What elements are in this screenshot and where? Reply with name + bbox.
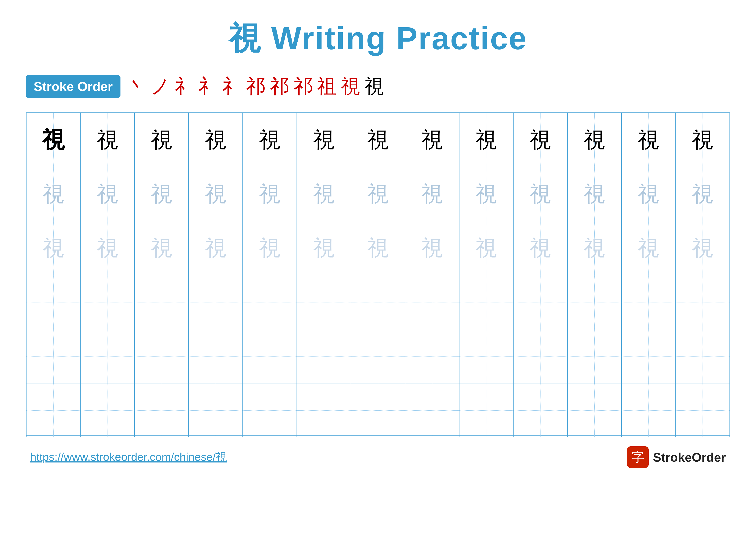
- title-text: Writing Practice: [261, 20, 527, 56]
- grid-cell-r5c13[interactable]: [676, 329, 730, 383]
- grid-cell-r5c8[interactable]: [405, 329, 459, 383]
- grid-cell-r4c1[interactable]: [26, 275, 80, 329]
- stroke-2: ノ: [150, 73, 171, 99]
- grid-cell-r3c13: 視: [676, 221, 730, 275]
- grid-cell-r3c1: 視: [26, 221, 80, 275]
- grid-cell-r5c6[interactable]: [297, 329, 351, 383]
- grid-cell-r2c5: 視: [243, 167, 297, 221]
- char-display: 視: [259, 129, 281, 151]
- grid-cell-r6c6[interactable]: [297, 383, 351, 437]
- grid-cell-r4c8[interactable]: [405, 275, 459, 329]
- grid-cell-r4c7[interactable]: [351, 275, 405, 329]
- char-display: 視: [692, 237, 713, 259]
- grid-cell-r1c4: 視: [189, 113, 243, 167]
- char-display: 視: [638, 183, 659, 205]
- grid-cell-r6c3[interactable]: [134, 383, 189, 437]
- grid-cell-r1c10: 視: [513, 113, 567, 167]
- char-display: 視: [421, 129, 443, 151]
- grid-cell-r5c2[interactable]: [80, 329, 134, 383]
- char-display: 視: [638, 237, 659, 259]
- grid-cell-r5c9[interactable]: [459, 329, 513, 383]
- char-display: 視: [97, 183, 118, 205]
- grid-cell-r6c7[interactable]: [351, 383, 405, 437]
- grid-cell-r5c5[interactable]: [243, 329, 297, 383]
- grid-cell-r4c2[interactable]: [80, 275, 134, 329]
- grid-cell-r6c1[interactable]: [26, 383, 80, 437]
- grid-cell-r6c2[interactable]: [80, 383, 134, 437]
- footer-url[interactable]: https://www.strokeorder.com/chinese/視: [30, 449, 227, 465]
- char-display: 視: [367, 129, 389, 151]
- stroke-3: 礻: [175, 73, 194, 99]
- grid-cell-r6c9[interactable]: [459, 383, 513, 437]
- char-display: 視: [367, 237, 389, 259]
- grid-cell-r2c7: 視: [351, 167, 405, 221]
- grid-cell-r6c5[interactable]: [243, 383, 297, 437]
- grid-cell-r5c7[interactable]: [351, 329, 405, 383]
- char-display: 視: [583, 183, 605, 205]
- grid-cell-r4c12[interactable]: [622, 275, 676, 329]
- stroke-10: 視: [341, 73, 360, 99]
- practice-grid: 視 視 視 視 視 視 視 視 視 視 視 視 視 視 視 視 視 視 視 視 …: [26, 113, 730, 436]
- grid-cell-r2c3: 視: [134, 167, 189, 221]
- grid-cell-r6c12[interactable]: [622, 383, 676, 437]
- char-display: 視: [475, 129, 497, 151]
- grid-cell-r6c4[interactable]: [189, 383, 243, 437]
- grid-cell-r1c3: 視: [134, 113, 189, 167]
- char-display: 視: [529, 183, 551, 205]
- grid-cell-r3c4: 視: [189, 221, 243, 275]
- char-display: 視: [259, 237, 281, 259]
- grid-cell-r4c11[interactable]: [567, 275, 622, 329]
- grid-cell-r5c4[interactable]: [189, 329, 243, 383]
- grid-cell-r4c10[interactable]: [513, 275, 567, 329]
- grid-cell-r2c12: 視: [622, 167, 676, 221]
- footer: https://www.strokeorder.com/chinese/視 字 …: [26, 446, 730, 468]
- grid-cell-r3c9: 視: [459, 221, 513, 275]
- char-display: 視: [692, 129, 713, 151]
- char-display: 視: [421, 237, 443, 259]
- char-display: 視: [205, 237, 227, 259]
- footer-logo: 字 StrokeOrder: [627, 446, 726, 468]
- char-display: 視: [313, 183, 335, 205]
- grid-cell-r3c11: 視: [567, 221, 622, 275]
- grid-cell-r3c5: 視: [243, 221, 297, 275]
- char-display: 視: [529, 129, 551, 151]
- grid-cell-r1c8: 視: [405, 113, 459, 167]
- stroke-6: 祁: [246, 73, 265, 99]
- stroke-order-row: Stroke Order 丶 ノ 礻 礻 礻 祁 祁 祁 祖 視 視: [26, 73, 730, 99]
- grid-cell-r5c10[interactable]: [513, 329, 567, 383]
- grid-cell-r4c9[interactable]: [459, 275, 513, 329]
- grid-cell-r5c1[interactable]: [26, 329, 80, 383]
- char-display: 視: [151, 237, 173, 259]
- grid-cell-r5c11[interactable]: [567, 329, 622, 383]
- char-display: 視: [583, 237, 605, 259]
- grid-cell-r4c5[interactable]: [243, 275, 297, 329]
- grid-cell-r5c3[interactable]: [134, 329, 189, 383]
- grid-cell-r3c7: 視: [351, 221, 405, 275]
- grid-cell-r6c11[interactable]: [567, 383, 622, 437]
- char-display: 視: [205, 129, 227, 151]
- grid-cell-r2c2: 視: [80, 167, 134, 221]
- grid-cell-r4c4[interactable]: [189, 275, 243, 329]
- grid-cell-r4c3[interactable]: [134, 275, 189, 329]
- grid-cell-r6c10[interactable]: [513, 383, 567, 437]
- grid-cell-r2c11: 視: [567, 167, 622, 221]
- stroke-sequence: 丶 ノ 礻 礻 礻 祁 祁 祁 祖 視 視: [127, 73, 730, 99]
- grid-cell-r5c12[interactable]: [622, 329, 676, 383]
- grid-cell-r3c12: 視: [622, 221, 676, 275]
- grid-cell-r2c9: 視: [459, 167, 513, 221]
- grid-cell-r2c1: 視: [26, 167, 80, 221]
- grid-cell-r1c2: 視: [80, 113, 134, 167]
- grid-cell-r4c6[interactable]: [297, 275, 351, 329]
- char-display: 視: [259, 183, 281, 205]
- grid-cell-r4c13[interactable]: [676, 275, 730, 329]
- stroke-4: 礻: [199, 73, 218, 99]
- grid-cell-r6c13[interactable]: [676, 383, 730, 437]
- stroke-5: 礻: [222, 73, 242, 99]
- grid-cell-r1c5: 視: [243, 113, 297, 167]
- grid-cell-r2c4: 視: [189, 167, 243, 221]
- grid-cell-r6c8[interactable]: [405, 383, 459, 437]
- logo-char: 字: [632, 448, 644, 466]
- char-display: 視: [313, 237, 335, 259]
- grid-cell-r2c13: 視: [676, 167, 730, 221]
- stroke-8: 祁: [293, 73, 313, 99]
